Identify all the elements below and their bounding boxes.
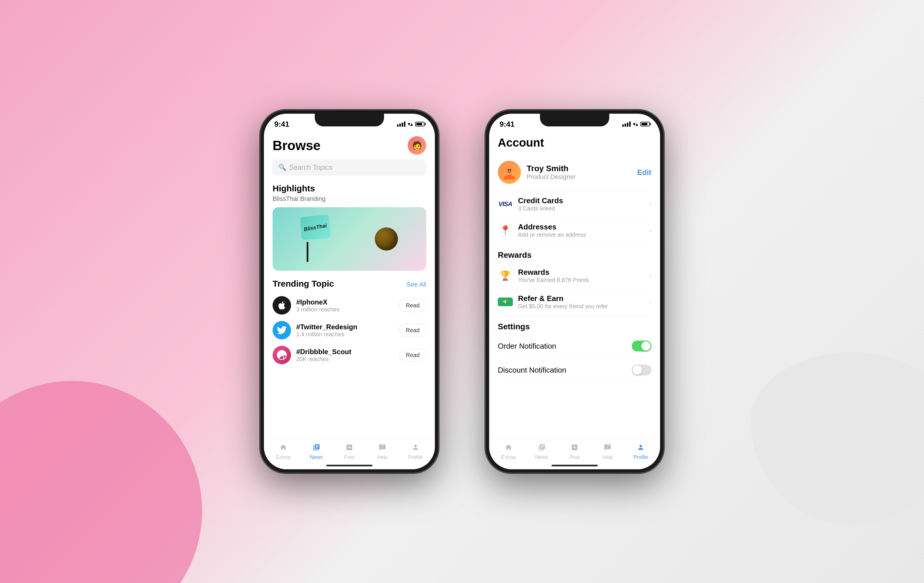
tab-profile-account[interactable]: Profile <box>624 442 657 460</box>
status-time-account: 9:41 <box>500 120 515 129</box>
status-icons-browse: ▾▴ <box>397 121 424 127</box>
phone-browse: 9:41 ▾▴ Brow <box>260 110 439 473</box>
location-icon: 📍 <box>500 225 511 236</box>
help-icon-account <box>604 442 611 453</box>
toggle-knob-discount <box>633 366 642 375</box>
profile-icon-account <box>637 442 645 453</box>
topic-reaches-twitter: 1.4 million reaches <box>296 331 394 338</box>
tab-help-browse[interactable]: Help <box>366 442 399 460</box>
read-btn-twitter[interactable]: Read <box>399 324 426 337</box>
signal-bars-account <box>622 122 630 127</box>
trending-title: Trending Topic <box>272 279 334 288</box>
menu-item-rewards[interactable]: 🏆 Rewards You've Earned 8,876 Points › <box>498 263 652 289</box>
topic-name-twitter: #Twitter_Redesign <box>296 323 394 331</box>
edit-button[interactable]: Edit <box>637 168 652 177</box>
refer-text: Refer & Earn Get $5.00 for every friend … <box>518 294 644 310</box>
rewards-text: Rewards You've Earned 8,876 Points <box>518 268 644 283</box>
search-bar[interactable]: 🔍 Search Topics <box>272 159 426 176</box>
coconut-decoration <box>375 227 398 250</box>
topic-icon-dribbble <box>272 346 291 364</box>
svg-point-3 <box>510 169 511 171</box>
topic-name-dribbble: #Dribbble_Scout <box>296 348 394 356</box>
profile-name: Troy Smith <box>527 164 637 173</box>
topic-item-twitter: #Twitter_Redesign 1.4 million reaches Re… <box>272 321 426 339</box>
profile-row[interactable]: Troy Smith Product Designer Edit <box>498 155 652 190</box>
battery-icon-account <box>640 122 650 127</box>
browse-header: Browse 🧑 <box>272 130 426 159</box>
tab-news-account[interactable]: News <box>525 442 558 460</box>
topic-icon-apple <box>272 296 291 315</box>
order-notification-toggle[interactable] <box>632 341 652 352</box>
settings-discount-notification: Discount Notification <box>498 358 652 382</box>
toggle-knob-order <box>641 341 650 351</box>
tab-label-post-browse: Post <box>344 454 355 460</box>
news-icon-account <box>538 442 545 453</box>
home-indicator-browse <box>326 464 373 466</box>
topic-info-twitter: #Twitter_Redesign 1.4 million reaches <box>296 323 394 338</box>
tab-eshop-account[interactable]: Eshop <box>492 442 525 460</box>
post-icon <box>346 442 353 453</box>
tab-label-eshop-browse: Eshop <box>276 454 291 460</box>
browse-avatar[interactable]: 🧑 <box>408 136 426 155</box>
refer-icon-wrap: 💵 <box>498 295 513 310</box>
rewards-subtitle: You've Earned 8,876 Points <box>518 277 644 283</box>
eshop-icon-account <box>505 442 512 453</box>
addresses-title: Addresses <box>518 222 644 231</box>
menu-item-refer[interactable]: 💵 Refer & Earn Get $5.00 for every frien… <box>498 289 652 315</box>
svg-point-1 <box>503 175 515 180</box>
trending-header: Trending Topic See All <box>272 279 426 290</box>
tab-eshop-browse[interactable]: Eshop <box>267 442 300 460</box>
wifi-icon-account: ▾▴ <box>633 121 638 127</box>
chevron-refer: › <box>649 298 652 306</box>
profile-info: Troy Smith Product Designer <box>527 164 637 181</box>
topic-info-dribbble: #Dribbble_Scout 20K reaches <box>296 348 394 362</box>
chevron-rewards: › <box>649 272 652 280</box>
tab-profile-browse[interactable]: Profile <box>399 442 432 460</box>
addresses-text: Addresses Add or remove an address <box>518 222 644 238</box>
tab-label-profile-browse: Profile <box>408 454 423 460</box>
profile-avatar <box>498 161 521 184</box>
profile-role: Product Designer <box>527 173 637 181</box>
order-notification-label: Order Notification <box>498 342 632 351</box>
status-icons-account: ▾▴ <box>622 121 650 127</box>
notch-browse <box>315 114 384 127</box>
tab-label-help-account: Help <box>602 454 613 460</box>
tab-news-browse[interactable]: News <box>300 442 333 460</box>
search-placeholder: Search Topics <box>289 163 332 171</box>
search-icon: 🔍 <box>278 164 286 171</box>
bg-blob-right <box>751 352 924 525</box>
read-btn-iphonex[interactable]: Read <box>399 299 426 312</box>
menu-item-credit-cards[interactable]: VISA Credit Cards 3 Cards linked › <box>498 191 652 217</box>
topic-info-iphonex: #IphoneX 3 million reaches <box>296 298 394 313</box>
tab-label-post-account: Post <box>569 454 580 460</box>
browse-content: Browse 🧑 🔍 Search Topics Highlights Blis… <box>264 130 435 438</box>
tab-label-news-browse: News <box>310 454 323 460</box>
tab-label-eshop-account: Eshop <box>501 454 516 460</box>
topic-item-iphonex: #IphoneX 3 million reaches Read <box>272 296 426 315</box>
home-indicator-account <box>551 464 598 466</box>
tab-label-profile-account: Profile <box>633 454 648 460</box>
read-btn-dribbble[interactable]: Read <box>399 349 426 362</box>
news-icon <box>313 442 320 453</box>
location-icon-wrap: 📍 <box>498 223 513 238</box>
eshop-icon <box>279 442 287 453</box>
menu-item-addresses[interactable]: 📍 Addresses Add or remove an address › <box>498 217 652 244</box>
account-content: Account Troy Smith <box>489 130 660 438</box>
trophy-icon: 🏆 <box>500 270 511 281</box>
settings-section-title: Settings <box>498 322 652 331</box>
credit-cards-subtitle: 3 Cards linked <box>518 205 644 212</box>
phone-account: 9:41 ▾▴ Acco <box>485 110 664 473</box>
chevron-credit-cards: › <box>649 200 652 208</box>
tab-post-browse[interactable]: Post <box>333 442 366 460</box>
visa-logo: VISA <box>498 200 512 208</box>
refer-title: Refer & Earn <box>518 294 644 303</box>
topic-reaches-iphonex: 3 million reaches <box>296 306 394 313</box>
discount-notification-toggle[interactable] <box>632 364 652 375</box>
tab-post-account[interactable]: Post <box>558 442 591 460</box>
credit-cards-text: Credit Cards 3 Cards linked <box>518 196 644 212</box>
highlight-card[interactable]: BlissThai <box>272 207 426 271</box>
svg-point-0 <box>506 167 513 174</box>
tab-help-account[interactable]: Help <box>591 442 624 460</box>
see-all-button[interactable]: See All <box>407 281 426 288</box>
help-icon <box>379 442 386 453</box>
